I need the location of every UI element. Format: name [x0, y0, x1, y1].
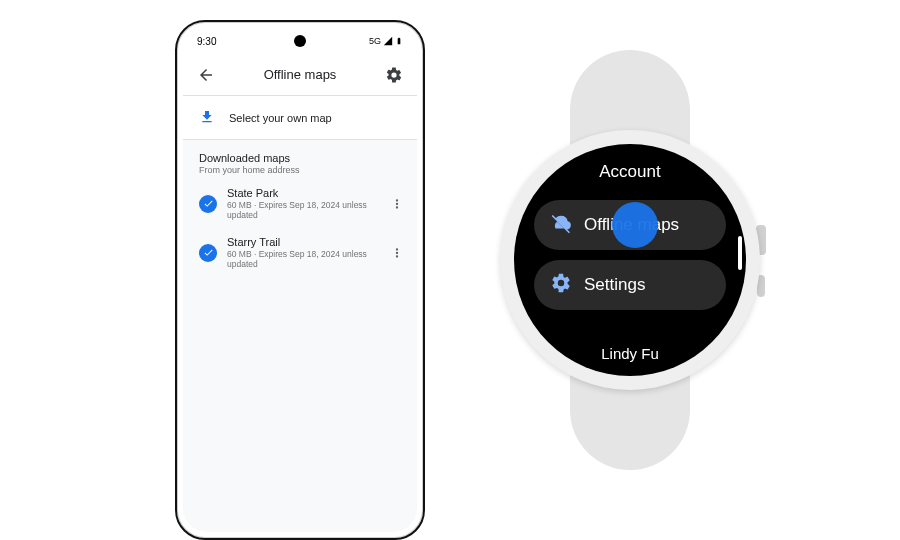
front-camera-dot: [294, 35, 306, 47]
battery-icon: [395, 35, 403, 47]
watch-header: Account: [514, 162, 746, 182]
watch-item-label: Offline maps: [584, 215, 679, 235]
downloaded-map-row[interactable]: State Park 60 MB · Expires Sep 18, 2024 …: [183, 179, 417, 228]
page-title: Offline maps: [227, 67, 373, 82]
overflow-menu-button[interactable]: [387, 246, 407, 260]
gear-icon: [550, 272, 572, 299]
watch-item-offline-maps[interactable]: Offline maps: [534, 200, 726, 250]
phone-device-frame: 9:30 5G Offline maps: [175, 20, 425, 540]
section-title: Downloaded maps: [199, 152, 401, 164]
map-meta: 60 MB · Expires Sep 18, 2024 unless upda…: [227, 249, 377, 269]
map-text: Starry Trail 60 MB · Expires Sep 18, 202…: [227, 236, 377, 269]
downloaded-maps-section-header: Downloaded maps From your home address: [183, 140, 417, 179]
map-text: State Park 60 MB · Expires Sep 18, 2024 …: [227, 187, 377, 220]
status-bar: 9:30 5G: [183, 28, 417, 54]
check-icon: [199, 195, 217, 213]
back-button[interactable]: [193, 62, 219, 88]
watch-screen: Account Offline maps Settings Lin: [514, 144, 746, 376]
watch-account-name: Lindy Fu: [514, 345, 746, 362]
watch-item-label: Settings: [584, 275, 645, 295]
select-own-map-label: Select your own map: [229, 112, 332, 124]
download-icon: [199, 109, 215, 127]
cloud-off-icon: [550, 212, 572, 239]
check-icon: [199, 244, 217, 262]
overflow-menu-button[interactable]: [387, 197, 407, 211]
watch-device-frame: Account Offline maps Settings Lin: [500, 130, 760, 390]
status-time: 9:30: [197, 36, 216, 47]
map-name: Starry Trail: [227, 236, 377, 248]
watch-bezel: Account Offline maps Settings Lin: [500, 130, 760, 390]
watch-menu-list: Offline maps Settings: [534, 200, 726, 310]
map-meta: 60 MB · Expires Sep 18, 2024 unless upda…: [227, 200, 377, 220]
status-right: 5G: [369, 35, 403, 47]
downloaded-map-row[interactable]: Starry Trail 60 MB · Expires Sep 18, 202…: [183, 228, 417, 277]
select-own-map-row[interactable]: Select your own map: [183, 96, 417, 140]
signal-icon: [383, 36, 393, 46]
phone-screen: 9:30 5G Offline maps: [183, 28, 417, 532]
app-bar: Offline maps: [183, 54, 417, 96]
network-label: 5G: [369, 36, 381, 46]
watch-scrollbar[interactable]: [738, 236, 742, 270]
map-name: State Park: [227, 187, 377, 199]
settings-button[interactable]: [381, 62, 407, 88]
watch-item-settings[interactable]: Settings: [534, 260, 726, 310]
section-subtitle: From your home address: [199, 165, 401, 175]
